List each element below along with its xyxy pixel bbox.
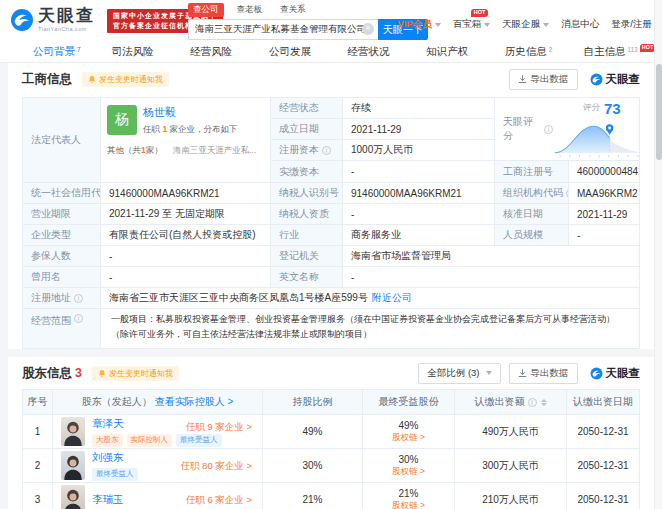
export-data-button[interactable]: 导出数据 [509,69,578,90]
shareholders-card: 股东信息 3 发生变更时通知我 全部比例 (3) 导出数据 天眼查 [8,357,654,509]
shareholders-table: 序号 股东（发起人）查看实际控股人 > 持股比例 最终受益股份 认缴出资额 认缴… [22,389,640,509]
shareholder-photo[interactable] [61,451,85,480]
other-company-name: 海南三亚天涯产业私... [173,145,257,157]
shareholder-photo[interactable] [61,417,85,446]
equity-chain-link[interactable]: 股权链 > [392,466,425,478]
info-icon[interactable] [544,125,553,134]
nav-tab-operation-risk[interactable]: 经营风险 [190,42,269,62]
scrollbar-track[interactable] [654,0,662,509]
nav-tab-history[interactable]: 历史信息2 [505,42,584,62]
shareholder-companies-link[interactable]: 任职 80 家企业 > [180,459,252,472]
main-content: 工商信息 发生变更时通知我 导出数据 天眼查 法定代表人 [0,63,662,509]
bell-icon [98,369,106,378]
ratio-value: 30% [263,449,363,482]
view-controller-link[interactable]: 查看实际控股人 > [155,395,234,409]
nav-tab-judicial-risk[interactable]: 司法风险 [112,42,191,62]
ratio-filter-dropdown[interactable]: 全部比例 (3) [418,363,500,384]
field-value: - [343,204,495,224]
legal-rep-other-companies: 其他（共1家） 海南三亚天涯产业私... [107,145,264,157]
field-label: 工商注册号 [495,161,569,182]
field-value: 91460000MAA96KRM21 [343,183,495,203]
table-row: 1 章泽天 大股东 实际控制人 最终受益人 任职 9 家企业 > [23,414,639,448]
tianyancha-watermark: 天眼查 [590,72,641,87]
benefit-cell: 49%股权链 > [363,415,455,448]
export-data-button[interactable]: 导出数据 [509,363,578,384]
menu-toolbox-label: 百宝箱 [453,18,482,31]
shareholder-name-link[interactable]: 刘强东 [92,451,138,465]
notify-change-badge[interactable]: 发生变更时通知我 [82,72,169,87]
nearby-companies-link[interactable]: 附近公司 [372,291,412,305]
tianyancha-logo-icon [590,367,603,380]
top-header: 天眼查 TianYanCha.com 国家中小企业发展子基金旗下 官方备案企业征… [0,0,662,42]
shareholders-count: 3 [75,366,82,380]
nav-tab-development[interactable]: 公司发展 [269,42,348,62]
menu-enterprise-service-label: 天眼企服 [502,18,540,31]
shareholder-photo[interactable] [61,485,85,509]
shareholder-companies-link[interactable]: 任职 9 家企业 > [186,421,252,434]
nav-tab-background[interactable]: 公司背景7 [33,42,112,62]
score-prefix: 评分 [583,102,600,116]
logo-text: 天眼查 [38,7,95,24]
search-input[interactable] [188,19,378,40]
field-value: 商务服务业 [343,225,495,245]
equity-chain-link[interactable]: 股权链 > [392,432,425,444]
row-index: 1 [23,415,53,448]
shareholder-companies-link[interactable]: 任职 6 家企业 > [186,493,252,506]
equity-chain-link[interactable]: 股权链 > [392,500,425,509]
menu-toolbox[interactable]: HOT百宝箱 [453,18,491,31]
field-label: 成立日期 [271,119,343,139]
search-tab-boss[interactable]: 查老板 [232,3,268,17]
notify-change-badge[interactable]: 发生变更时通知我 [92,366,179,381]
tianyancha-logo[interactable]: 天眼查 TianYanCha.com [10,7,95,32]
menu-vip[interactable]: VIP会员 [398,18,441,31]
nav-tab-self-info[interactable]: 自主信息113HOT [583,42,662,62]
logo-subtext: TianYanCha.com [38,26,95,32]
tag-major-shareholder: 大股东 [92,434,123,447]
ratio-value: 49% [263,415,363,448]
info-icon[interactable] [322,146,331,155]
sort-icon[interactable] [541,399,547,406]
legal-rep-name-link[interactable]: 杨世毅 [143,106,176,118]
row-index: 3 [23,483,53,509]
field-value: - [101,267,271,287]
menu-messages[interactable]: 消息中心 [561,18,599,31]
legal-rep-avatar[interactable]: 杨 [107,105,137,135]
chevron-down-icon [543,23,549,27]
info-icon[interactable] [74,314,83,323]
menu-login[interactable]: 登录/注册 [611,18,652,31]
field-value: 2021-11-29 至 无固定期限 [101,204,271,224]
date-value: 2050-12-31 [567,415,639,448]
tianyancha-score-chart[interactable]: 评分73 [553,98,639,160]
bell-icon [88,75,96,84]
col-header-ratio: 持股比例 [263,390,363,414]
field-value: - [343,161,495,182]
info-icon[interactable] [528,398,537,407]
shareholder-name-link[interactable]: 李瑞玉 [92,493,124,507]
nav-tab-intellectual-property[interactable]: 知识产权 [426,42,505,62]
table-row: 3 李瑞玉 任职 6 家企业 > 21% 21%股权链 > 210万人民币 20… [23,482,639,509]
tianyancha-logo-icon [10,8,34,32]
download-icon [518,369,527,378]
field-label: 人员规模 [495,225,569,245]
nav-tab-operation-status[interactable]: 经营状况 [348,42,427,62]
info-icon[interactable] [74,294,83,303]
field-value: 2021-11-29 [343,119,495,139]
scrollbar-thumb[interactable] [656,64,662,160]
col-header-date: 认缴出资日期 [567,390,639,414]
score-value: 73 [604,101,621,116]
company-section-nav: 公司背景7 司法风险 经营风险 公司发展 经营状况 知识产权 历史信息2 自主信… [0,42,662,63]
section-title-shareholders: 股东信息 [22,365,72,382]
section-title-business-info: 工商信息 [22,71,72,88]
search-tab-relation[interactable]: 查关系 [275,3,311,17]
field-value: 一般项目：私募股权投资基金管理、创业投资基金管理服务（须在中国证券投资基金业协会… [101,309,639,348]
field-label: 营业期限 [23,204,101,224]
search-tab-company[interactable]: 查公司 [188,3,224,17]
clear-search-icon[interactable]: × [362,23,374,35]
tianyancha-watermark: 天眼查 [590,366,641,381]
shareholder-cell: 章泽天 大股东 实际控制人 最终受益人 任职 9 家企业 > [53,415,263,448]
menu-enterprise-service[interactable]: 天眼企服 [502,18,549,31]
field-label: 经营状态 [271,98,343,118]
field-label: 实缴资本 [271,161,343,182]
score-column: 天眼评分 评分73 [495,98,639,182]
benefit-cell: 21%股权链 > [363,483,455,509]
